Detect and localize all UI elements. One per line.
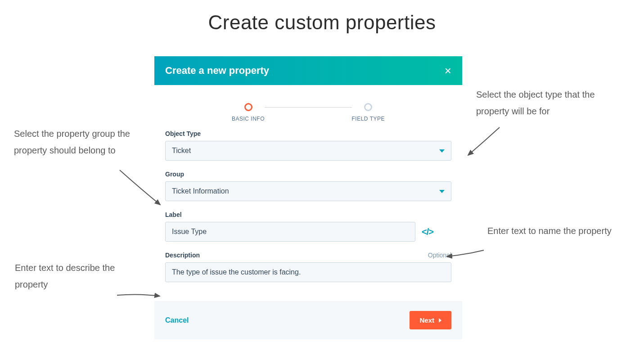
annotation-description: Enter text to describe the property [15,260,145,293]
arrow-icon [443,247,486,260]
label-text: Label [165,211,182,218]
modal-header: Create a new property × [154,56,462,85]
arrow-icon [115,292,162,301]
select-value: Ticket [172,147,191,155]
next-label: Next [419,316,434,324]
close-icon[interactable]: × [445,65,451,76]
select-value: Ticket Information [172,187,229,195]
input-value: The type of issue the customer is facing… [172,268,301,276]
input-value: Issue Type [172,228,207,236]
code-icon[interactable]: </> [422,227,433,237]
arrow-icon [116,166,166,209]
chevron-down-icon [439,149,445,153]
description-label: Description Optional [165,252,451,259]
object-type-select[interactable]: Ticket [165,141,451,161]
step-label: BASIC INFO [232,116,265,122]
object-type-label: Object Type [165,130,451,137]
annotation-label: Enter text to name the property [487,223,622,239]
step-circle-icon [364,103,372,111]
modal-footer: Cancel Next [154,301,462,339]
label-text: Object Type [165,130,201,137]
label-label: Label [165,211,451,218]
label-text: Group [165,171,184,178]
next-button[interactable]: Next [410,311,451,329]
group-select[interactable]: Ticket Information [165,181,451,201]
step-label: FIELD TYPE [352,116,385,122]
modal-title: Create a new property [165,65,269,76]
description-input[interactable]: The type of issue the customer is facing… [165,262,451,282]
annotation-object-type: Select the object type that the property… [476,86,620,120]
chevron-down-icon [439,190,445,193]
stepper: BASIC INFO FIELD TYPE [154,85,462,126]
page-title: Create custom properties [0,11,644,34]
form-body: Object Type Ticket Group Ticket Informat… [154,126,462,301]
cancel-button[interactable]: Cancel [165,316,189,324]
arrow-icon [464,124,509,164]
label-input[interactable]: Issue Type [165,222,415,242]
step-field-type[interactable]: FIELD TYPE [352,103,385,122]
step-circle-active-icon [244,103,252,111]
label-text: Description [165,252,200,259]
step-basic-info[interactable]: BASIC INFO [232,103,265,122]
group-label: Group [165,171,451,178]
chevron-right-icon [439,318,441,323]
annotation-group: Select the property group the property s… [14,126,138,159]
create-property-modal: Create a new property × BASIC INFO FIELD… [154,56,462,339]
